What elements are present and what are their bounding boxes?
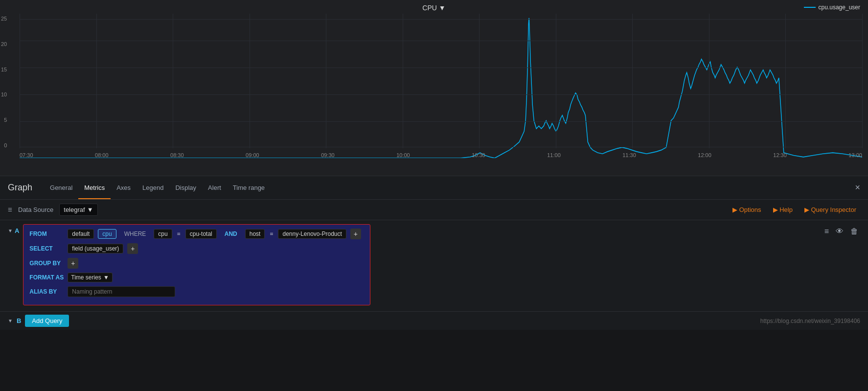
query-row-a: ▼ A FROM default cpu WHERE cpu = cpu-tot… bbox=[8, 224, 860, 305]
where2-val-token[interactable]: denny-Lenovo-Product bbox=[278, 229, 346, 239]
where-field-token[interactable]: cpu bbox=[154, 229, 172, 239]
query-a-delete-button[interactable]: 🗑 bbox=[848, 226, 860, 237]
x-axis: 07:30 08:00 08:30 09:00 09:30 10:00 10:3… bbox=[20, 150, 862, 158]
tab-time-range[interactable]: Time range bbox=[227, 177, 271, 199]
queries-area: ▼ A FROM default cpu WHERE cpu = cpu-tot… bbox=[0, 220, 868, 311]
collapse-queries-icon[interactable]: ☰ bbox=[8, 207, 12, 212]
tab-general[interactable]: General bbox=[44, 177, 78, 199]
data-source-arrow: ▼ bbox=[87, 206, 93, 213]
where2-op-token: = bbox=[269, 230, 274, 238]
select-row: SELECT field (usage_user) + bbox=[29, 243, 364, 254]
tab-metrics[interactable]: Metrics bbox=[78, 177, 111, 199]
format-as-select[interactable]: Time series ▼ bbox=[68, 273, 112, 282]
group-by-label: GROUP BY bbox=[29, 260, 64, 267]
query-a-visibility-button[interactable]: 👁 bbox=[834, 226, 845, 237]
where2-field-token[interactable]: host bbox=[245, 229, 265, 239]
data-source-label: Data Source bbox=[18, 206, 53, 213]
data-source-select[interactable]: telegraf ▼ bbox=[59, 204, 97, 216]
alias-by-input[interactable] bbox=[68, 286, 175, 297]
toolbar-actions: ▶ Options ▶ Help ▶ Query Inspector bbox=[729, 204, 860, 215]
graph-panel: CPU ▼ cpu.usage_user 25 20 15 10 5 0 bbox=[0, 0, 868, 176]
graph-title-bar: CPU ▼ bbox=[0, 0, 868, 14]
query-a-letter: A bbox=[15, 227, 19, 234]
and-keyword: AND bbox=[221, 230, 241, 238]
legend-color-line bbox=[804, 7, 816, 8]
add-query-button[interactable]: Add Query bbox=[25, 315, 69, 327]
alias-by-label: ALIAS BY bbox=[29, 288, 64, 295]
query-a-actions: ≡ 👁 🗑 bbox=[822, 224, 860, 237]
where-val-token[interactable]: cpu-total bbox=[185, 229, 217, 239]
where-op-token: = bbox=[176, 230, 182, 238]
group-by-row: GROUP BY + bbox=[29, 258, 364, 269]
chart-container: 25 20 15 10 5 0 bbox=[20, 14, 862, 158]
panel-tabs-bar: Graph General Metrics Axes Legend Displa… bbox=[0, 176, 868, 200]
select-field-token[interactable]: field (usage_user) bbox=[68, 244, 123, 253]
select-add-button[interactable]: + bbox=[127, 243, 138, 254]
grid-lines bbox=[20, 14, 862, 148]
from-measurement-token[interactable]: cpu bbox=[98, 229, 116, 239]
query-b-collapse-arrow[interactable]: ▼ bbox=[8, 318, 13, 323]
help-button[interactable]: ▶ Help bbox=[769, 204, 797, 215]
alias-by-row: ALIAS BY bbox=[29, 286, 364, 297]
query-a-menu-button[interactable]: ≡ bbox=[822, 226, 831, 237]
tab-alert[interactable]: Alert bbox=[202, 177, 227, 199]
panel-title: Graph bbox=[8, 183, 32, 193]
tab-axes[interactable]: Axes bbox=[111, 177, 137, 199]
legend-item: cpu.usage_user bbox=[804, 4, 860, 11]
tab-display[interactable]: Display bbox=[169, 177, 202, 199]
select-label: SELECT bbox=[29, 245, 64, 252]
format-as-row: FORMAT AS Time series ▼ bbox=[29, 273, 364, 282]
footer-url: https://blog.csdn.net/weixin_39198406 bbox=[760, 318, 860, 324]
bottom-left: ▼ B Add Query bbox=[8, 315, 69, 327]
query-a-collapse-arrow[interactable]: ▼ bbox=[8, 228, 13, 233]
close-panel-button[interactable]: × bbox=[855, 183, 860, 193]
from-label: FROM bbox=[29, 230, 64, 237]
y-axis: 25 20 15 10 5 0 bbox=[1, 14, 9, 158]
graph-title-arrow[interactable]: ▼ bbox=[439, 4, 446, 12]
query-inspector-button[interactable]: ▶ Query Inspector bbox=[800, 204, 860, 215]
format-value: Time series bbox=[71, 274, 101, 281]
query-row-a-letter: ▼ A bbox=[8, 224, 19, 234]
query-toolbar: ☰ Data Source telegraf ▼ ▶ Options ▶ Hel… bbox=[0, 200, 868, 220]
tab-legend[interactable]: Legend bbox=[137, 177, 169, 199]
from-db-token[interactable]: default bbox=[68, 229, 94, 239]
where-keyword: WHERE bbox=[120, 230, 150, 238]
query-a-editor: FROM default cpu WHERE cpu = cpu-total A… bbox=[23, 224, 370, 305]
legend-label: cpu.usage_user bbox=[819, 4, 860, 11]
bottom-row: ▼ B Add Query https://blog.csdn.net/weix… bbox=[0, 311, 868, 330]
from-row: FROM default cpu WHERE cpu = cpu-total A… bbox=[29, 229, 364, 239]
where-add-button[interactable]: + bbox=[350, 229, 361, 239]
format-as-label: FORMAT AS bbox=[29, 274, 64, 281]
data-source-value: telegraf bbox=[64, 206, 85, 213]
options-button[interactable]: ▶ Options bbox=[729, 204, 765, 215]
group-by-add-button[interactable]: + bbox=[68, 258, 78, 269]
format-arrow: ▼ bbox=[103, 274, 109, 281]
graph-title-text[interactable]: CPU bbox=[422, 4, 437, 12]
query-b-letter: B bbox=[17, 317, 21, 324]
